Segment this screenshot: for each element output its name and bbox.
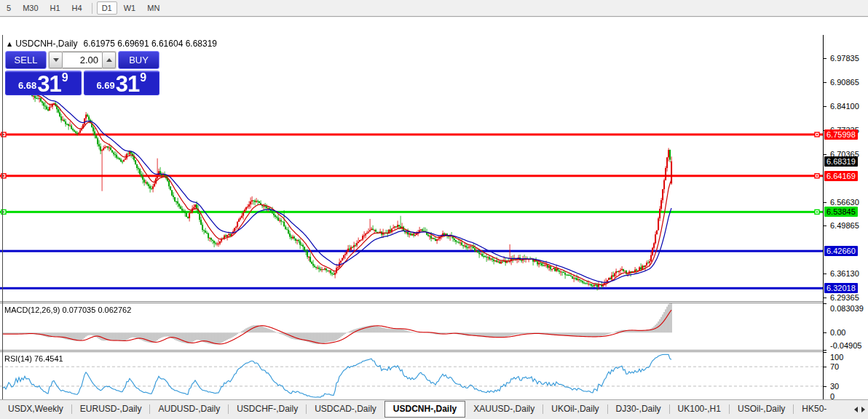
axis-tick-mark — [824, 226, 826, 226]
rsi-tick-label: 30 — [830, 382, 839, 391]
axis-tick-mark — [824, 386, 826, 387]
axis-tick-mark — [824, 106, 826, 107]
chart-tab-eurusd-daily[interactable]: EURUSD-,Daily — [72, 402, 150, 417]
chart-tab-uk100-h1[interactable]: UK100-,H1 — [670, 402, 729, 417]
timeframe-button-h4[interactable]: H4 — [67, 1, 87, 15]
chart-tab-usdx-weekly[interactable]: USDX,Weekly — [0, 402, 71, 417]
sell-price-sup: 9 — [62, 71, 68, 84]
price-tick-label: 6.36130 — [830, 269, 859, 278]
collapse-arrow-icon[interactable]: ▲ — [7, 41, 12, 47]
price-axis[interactable]: 6.978356.908656.841006.773356.703656.566… — [824, 35, 868, 416]
macd-indicator-label: MACD(12,26,9) 0.077035 0.062762 — [4, 306, 131, 314]
rsi-tick-label: 70 — [830, 362, 839, 371]
volume-input[interactable] — [63, 52, 102, 68]
buy-price-sup: 9 — [140, 71, 146, 84]
chart-tab-bar: USDX,WeeklyEURUSD-,DailyAUDUSD-,DailyUSD… — [0, 400, 868, 419]
volume-spinner — [48, 51, 117, 69]
chart-tab-audusd-daily[interactable]: AUDUSD-,Daily — [150, 402, 228, 417]
price-tick-label: 6.56630 — [830, 198, 859, 207]
price-axis-border — [823, 35, 824, 416]
price-tick-label: 6.49865 — [830, 221, 859, 230]
rsi-tick-label: 100 — [830, 353, 843, 362]
axis-tick-mark — [824, 303, 826, 304]
price-level-label: 6.53845 — [824, 207, 858, 217]
chart-tab-ukoil-daily[interactable]: UKOil-,Daily — [543, 402, 607, 417]
pane-splitter[interactable] — [0, 303, 868, 303]
axis-tick-mark — [824, 154, 826, 155]
axis-tick-mark — [824, 202, 826, 203]
current-price-label: 6.68319 — [824, 156, 858, 167]
chart-tab-usdcad-daily[interactable]: USDCAD-,Daily — [307, 402, 384, 417]
axis-tick-mark — [824, 58, 826, 59]
tab-scroll-right-icon[interactable] — [861, 407, 865, 412]
axis-tick-mark — [824, 352, 826, 353]
price-level-label: 6.75998 — [824, 129, 858, 140]
pane-splitter[interactable] — [0, 351, 868, 352]
price-tick-label: 6.84100 — [830, 102, 859, 111]
window-left-border — [2, 35, 3, 416]
volume-increase-button[interactable] — [102, 52, 116, 68]
chart-tab-usoil-daily[interactable]: USOil-,Daily — [730, 402, 793, 417]
timeframe-button-5[interactable]: 5 — [1, 1, 16, 15]
buy-price-small: 6.69 — [96, 80, 114, 91]
macd-tick-label: 0.00 — [830, 328, 845, 337]
macd-tick-label: -0.04905 — [830, 341, 861, 350]
buy-price-display[interactable]: 6.69 31 9 — [84, 71, 160, 95]
chart-tab-xauusd-daily[interactable]: XAUUSD-,Daily — [465, 402, 542, 417]
sell-price-big: 31 — [37, 74, 60, 94]
timeframe-button-h1[interactable]: H1 — [45, 1, 66, 15]
chart-tab-usdcnh-daily[interactable]: USDCNH-,Daily — [384, 401, 465, 418]
buy-price-big: 31 — [116, 74, 139, 94]
chart-tab-dj30-daily[interactable]: DJ30-,Daily — [608, 402, 669, 417]
chart-tab-usdchf-daily[interactable]: USDCHF-,Daily — [229, 402, 306, 417]
pane-splitter[interactable] — [0, 301, 868, 302]
timeframe-toolbar: 5M30H1H4D1W1MN — [0, 0, 868, 17]
chart-symbol: USDCNH-,Daily — [15, 39, 77, 49]
sell-price-display[interactable]: 6.68 31 9 — [5, 71, 82, 95]
sell-button[interactable]: SELL — [5, 51, 47, 69]
axis-tick-mark — [824, 82, 826, 83]
chart-ohlc-values: 6.61975 6.69691 6.61604 6.68319 — [84, 39, 218, 49]
price-tick-label: 6.29365 — [830, 293, 859, 302]
price-level-label: 6.32018 — [824, 283, 858, 293]
down-arrow-icon — [53, 58, 59, 62]
axis-tick-mark — [824, 367, 826, 367]
volume-decrease-button[interactable] — [49, 52, 63, 68]
timeframe-button-m30[interactable]: M30 — [17, 1, 43, 15]
pane-splitter[interactable] — [0, 350, 868, 351]
up-arrow-icon — [106, 58, 112, 62]
rsi-indicator-canvas[interactable] — [0, 352, 823, 401]
one-click-trading-panel: SELL BUY 6.68 31 9 6.69 31 9 — [5, 51, 159, 95]
timeframe-button-d1[interactable]: D1 — [97, 1, 117, 15]
tab-scroll-left-icon[interactable] — [854, 407, 858, 412]
price-level-label: 6.64169 — [824, 171, 858, 181]
price-level-label: 6.42660 — [824, 246, 858, 256]
chart-title: ▲USDCNH-,Daily6.61975 6.69691 6.61604 6.… — [7, 39, 217, 49]
axis-tick-mark — [824, 350, 826, 351]
axis-tick-mark — [824, 274, 826, 274]
buy-button[interactable]: BUY — [118, 51, 159, 69]
toolbar-separator — [92, 3, 92, 14]
rsi-indicator-label: RSI(14) 76.4541 — [4, 354, 63, 363]
timeframe-button-mn[interactable]: MN — [142, 1, 165, 15]
price-tick-label: 6.97835 — [830, 54, 859, 63]
timeframe-button-w1[interactable]: W1 — [119, 1, 141, 15]
chart-tab-hk50-[interactable]: HK50- — [794, 402, 835, 417]
tab-scroll-arrows — [846, 400, 868, 419]
chart-window: ▲USDCNH-,Daily6.61975 6.69691 6.61604 6.… — [0, 17, 868, 399]
price-tick-label: 6.90865 — [830, 78, 859, 87]
axis-tick-mark — [824, 332, 826, 333]
sell-price-small: 6.68 — [18, 80, 36, 91]
macd-tick-label: 0.083039 — [830, 304, 864, 313]
axis-tick-mark — [824, 298, 826, 298]
